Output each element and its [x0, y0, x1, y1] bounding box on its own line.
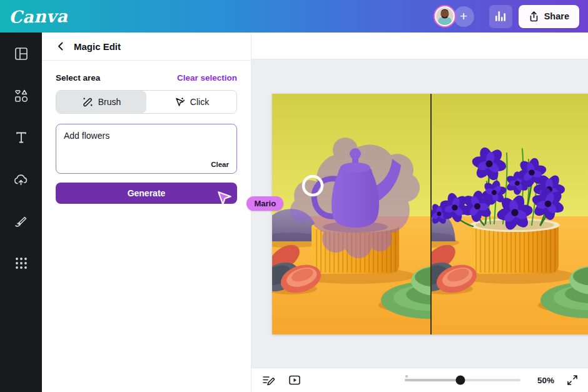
add-member-button[interactable]: +: [454, 6, 474, 27]
magic-edit-panel: Magic Edit Select area Clear selection B…: [42, 33, 251, 392]
sidebar-item-uploads[interactable]: [13, 171, 30, 188]
elements-icon: [13, 88, 29, 104]
sidebar-item-draw[interactable]: [13, 213, 30, 230]
design-icon: [14, 46, 29, 61]
text-icon: [14, 130, 29, 145]
panel-title: Magic Edit: [74, 41, 121, 52]
uploads-icon: [13, 172, 29, 188]
page-image-after[interactable]: [432, 94, 588, 334]
insights-button[interactable]: [489, 5, 512, 28]
avatar[interactable]: [433, 5, 456, 28]
zoom-slider-handle[interactable]: [455, 376, 465, 385]
tab-brush[interactable]: Brush: [56, 91, 146, 113]
zoom-slider-tick: [405, 375, 408, 378]
zoom-slider-fill: [405, 379, 460, 381]
topbar: Canva +: [0, 0, 588, 33]
zoom-level[interactable]: 50%: [533, 376, 554, 385]
notes-icon[interactable]: [261, 373, 275, 387]
canva-editor: Canva +: [0, 0, 588, 392]
prompt-clear-button[interactable]: Clear: [211, 161, 229, 168]
present-icon[interactable]: [288, 373, 302, 387]
magic-click-icon: [174, 96, 185, 108]
collaborator-cursor: Mario: [216, 190, 283, 211]
magic-brush-icon: [82, 96, 93, 108]
sidebar-rail: [0, 33, 42, 392]
sidebar-item-elements[interactable]: [13, 87, 30, 104]
design-page[interactable]: [272, 94, 588, 334]
zoom-slider[interactable]: [405, 379, 520, 381]
draw-icon: [13, 214, 29, 229]
tab-brush-label: Brush: [98, 97, 121, 107]
fullscreen-icon[interactable]: [567, 374, 578, 386]
collaborator-pointer-icon: [216, 190, 233, 206]
generate-button[interactable]: Generate: [56, 183, 237, 204]
collaborator-name-badge: Mario: [246, 196, 283, 211]
tab-click-label: Click: [190, 97, 209, 107]
bar-chart-icon: [495, 11, 506, 22]
bottom-bar: 50%: [251, 368, 588, 392]
sidebar-item-apps[interactable]: [13, 254, 30, 272]
share-label: Share: [544, 11, 569, 21]
context-toolbar: [251, 33, 588, 59]
sidebar-item-text[interactable]: [13, 129, 30, 146]
share-icon: [529, 11, 539, 22]
canvas-area: 50%: [251, 33, 588, 392]
canva-logo[interactable]: Canva: [9, 6, 68, 27]
back-icon[interactable]: [56, 41, 66, 51]
tab-click[interactable]: Click: [146, 91, 236, 113]
page-image-before[interactable]: [272, 94, 430, 334]
prompt-text: Add flowers: [64, 131, 109, 141]
sidebar-item-design[interactable]: [13, 45, 30, 63]
avatar-image: [436, 8, 454, 25]
selection-tool-switch: Brush Click: [56, 90, 237, 114]
canvas[interactable]: [251, 59, 588, 368]
apps-icon: [14, 256, 28, 270]
clear-selection-link[interactable]: Clear selection: [177, 73, 237, 83]
select-area-label: Select area: [56, 73, 100, 83]
prompt-input[interactable]: Add flowers Clear: [56, 124, 237, 174]
share-button[interactable]: Share: [519, 5, 579, 28]
